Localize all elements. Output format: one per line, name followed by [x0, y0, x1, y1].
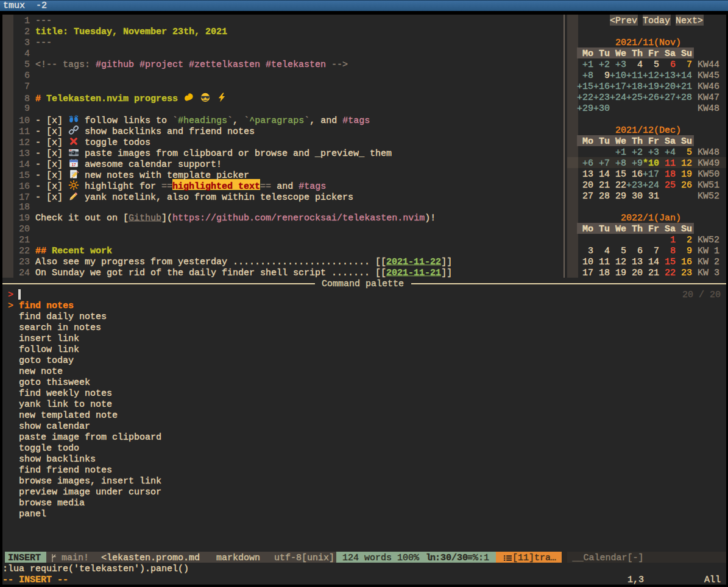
svg-text:17: 17 [71, 163, 76, 167]
